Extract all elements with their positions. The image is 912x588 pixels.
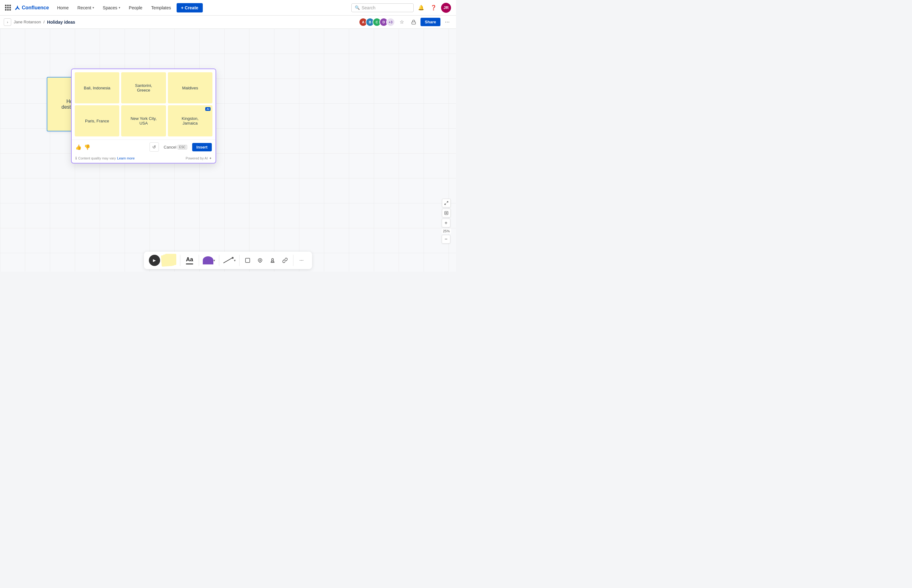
canvas-area: Holidaydestinations Bali, Indonesia Sant… <box>0 29 456 271</box>
svg-rect-0 <box>412 22 415 24</box>
stamp-tool-button[interactable] <box>267 255 278 266</box>
text-tool-button[interactable]: Aa <box>183 254 196 266</box>
cancel-kbd: ESC <box>178 145 187 150</box>
ai-panel-info: ℹ Content quality may vary Learn more Po… <box>72 154 216 163</box>
svg-rect-7 <box>445 212 448 215</box>
ai-sticky-nyc[interactable]: New York City,USA <box>121 105 166 136</box>
toolbar-inner: ▶ Aa ▾ ▾ <box>144 252 312 269</box>
ai-sticky-paris[interactable]: Paris, France <box>75 105 119 136</box>
ai-stickies-grid: Bali, Indonesia Santorini,Greece Maldive… <box>72 69 216 139</box>
breadcrumb-separator: / <box>43 19 45 24</box>
svg-point-2 <box>260 260 261 261</box>
apps-icon[interactable] <box>5 5 11 11</box>
zoom-level-display: 25% <box>442 229 451 234</box>
confluence-logo-icon <box>15 5 20 11</box>
line-dot <box>232 257 234 259</box>
search-icon: 🔍 <box>355 5 360 10</box>
help-button[interactable]: ❓ <box>429 3 439 13</box>
ai-sparkle-icon: ✦ <box>209 156 212 160</box>
frame-icon <box>245 258 250 263</box>
lock-icon <box>411 19 416 24</box>
star-button[interactable]: ☆ <box>397 17 407 27</box>
breadcrumb-page-title: Holiday ideas <box>47 19 75 24</box>
sticky-preview-front <box>165 254 176 265</box>
zoom-out-button[interactable]: − <box>442 235 450 244</box>
shape-tool-button[interactable]: ▾ <box>202 254 216 267</box>
zoom-group: + 25% − <box>442 219 451 244</box>
zoom-in-button[interactable]: + <box>442 219 450 227</box>
ai-suggestion-panel: Bali, Indonesia Santorini,Greece Maldive… <box>71 68 216 163</box>
insert-button[interactable]: Insert <box>192 143 212 151</box>
link-icon <box>282 258 288 263</box>
notification-button[interactable]: 🔔 <box>416 3 426 13</box>
line-caret-icon: ▾ <box>234 258 236 263</box>
refresh-button[interactable]: ↺ <box>150 142 159 152</box>
thumbs-down-button[interactable]: 👎 <box>84 144 90 150</box>
breadcrumb-right: A B C D +3 ☆ Share ··· <box>359 17 452 27</box>
confluence-logo[interactable]: Confluence <box>15 5 49 11</box>
shape-preview <box>203 256 213 265</box>
more-tools-button[interactable]: ··· <box>296 255 307 266</box>
nav-templates[interactable]: Templates <box>148 3 174 12</box>
collab-avatars: A B C D +3 <box>359 18 395 26</box>
ai-badge: AI <box>205 107 211 111</box>
breadcrumb-expand-button[interactable]: › <box>4 18 11 26</box>
ai-panel-footer: 👍 👎 ↺ Cancel ESC Insert <box>72 139 216 154</box>
top-navigation: Confluence Home Recent ▾ Spaces ▾ People… <box>0 0 456 16</box>
bottom-toolbar: ▶ Aa ▾ ▾ <box>0 249 456 271</box>
expand-icon <box>444 201 449 205</box>
ai-sticky-maldives[interactable]: Maldives <box>168 72 212 103</box>
logo-text: Confluence <box>22 5 49 11</box>
restrict-button[interactable] <box>408 17 419 27</box>
zoom-controls: + 25% − <box>442 199 451 244</box>
breadcrumb-bar: › Jane Rotanson / Holiday ideas A B C D … <box>0 16 456 29</box>
fit-to-screen-button[interactable] <box>442 209 451 217</box>
svg-line-6 <box>445 204 446 205</box>
svg-rect-4 <box>271 262 274 263</box>
stamp-icon <box>270 258 275 263</box>
line-tool-button[interactable]: ▾ <box>222 254 237 267</box>
search-input-label: Search <box>362 5 375 10</box>
nav-recent[interactable]: Recent ▾ <box>74 3 97 12</box>
shape-caret-icon: ▾ <box>213 258 215 263</box>
frame-tool-button[interactable] <box>242 255 253 266</box>
svg-rect-1 <box>245 258 250 263</box>
svg-line-5 <box>447 202 448 203</box>
play-button[interactable]: ▶ <box>149 255 160 266</box>
topnav-right-section: 🔍 Search 🔔 ❓ JR <box>351 3 451 13</box>
powered-by: Powered by AI ✦ <box>186 156 212 160</box>
create-button[interactable]: + Create <box>177 3 203 13</box>
nav-people[interactable]: People <box>126 3 146 12</box>
nav-home[interactable]: Home <box>54 3 72 12</box>
ai-sticky-bali[interactable]: Bali, Indonesia <box>75 72 119 103</box>
info-icon: ℹ <box>75 156 77 160</box>
cancel-button[interactable]: Cancel ESC <box>161 143 190 151</box>
search-box[interactable]: 🔍 Search <box>351 3 414 12</box>
sticky-notes-tool[interactable] <box>161 254 178 267</box>
link-tool-button[interactable] <box>279 255 291 266</box>
font-underline <box>186 263 193 265</box>
collab-more-button[interactable]: +3 <box>386 18 395 26</box>
spaces-chevron-icon: ▾ <box>119 6 120 9</box>
fit-icon <box>444 211 449 215</box>
line-preview <box>223 258 232 263</box>
ai-sticky-santorini[interactable]: Santorini,Greece <box>121 72 166 103</box>
share-button[interactable]: Share <box>420 18 441 26</box>
learn-more-link[interactable]: Learn more <box>117 156 134 160</box>
nav-spaces[interactable]: Spaces ▾ <box>100 3 123 12</box>
lasso-tool-button[interactable] <box>255 255 266 266</box>
lasso-icon <box>257 258 263 263</box>
expand-button[interactable] <box>442 199 451 207</box>
ai-sticky-kingston[interactable]: Kingston,Jamaica AI <box>168 105 212 136</box>
svg-point-3 <box>271 258 273 260</box>
toolbar-divider-5 <box>293 255 294 266</box>
thumbs-up-button[interactable]: 👍 <box>75 144 82 150</box>
user-avatar[interactable]: JR <box>441 3 451 13</box>
breadcrumb-user: Jane Rotanson <box>14 19 41 24</box>
more-options-button[interactable]: ··· <box>442 17 452 27</box>
recent-chevron-icon: ▾ <box>92 6 94 9</box>
